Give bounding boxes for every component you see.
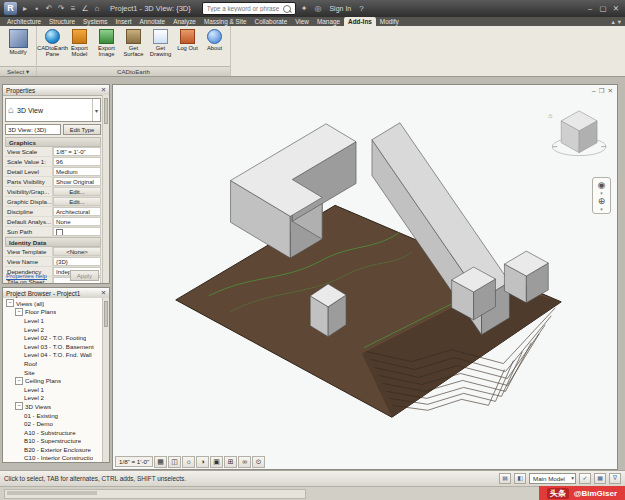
design-options-icon[interactable]: ◧ <box>514 473 526 484</box>
tree-item-level-04-t-o-fnd-wall[interactable]: Level 04 - T.O. Fnd. Wall <box>3 351 103 360</box>
property-value-view-template[interactable]: <None> <box>53 247 101 256</box>
properties-close-icon[interactable]: ✕ <box>101 86 106 94</box>
measure-icon[interactable]: ∠ <box>80 2 90 15</box>
property-group-graphics[interactable]: Graphics <box>5 137 101 147</box>
properties-header[interactable]: Properties ✕ <box>3 85 109 96</box>
tree-item-c10-interior-constructio[interactable]: C10 - Interior Constructio <box>3 454 103 462</box>
ribbon-tab-modify[interactable]: Modify <box>376 17 403 26</box>
ribbon-button-get-drawing[interactable]: Get Drawing <box>147 28 174 59</box>
tree-collapse-icon[interactable]: − <box>15 402 23 410</box>
exchange-apps-icon[interactable]: ✦ <box>299 2 310 15</box>
ribbon-help-icon[interactable]: ▾ <box>618 17 621 26</box>
tree-item-level-2[interactable]: Level 2 <box>3 325 103 334</box>
ribbon-tab-manage[interactable]: Manage <box>313 17 344 26</box>
undo-icon[interactable]: ↶ <box>44 2 54 15</box>
detail-level-icon[interactable]: ▦ <box>154 456 167 468</box>
instance-combo[interactable]: 3D View: (3D) <box>5 124 61 135</box>
save-icon[interactable]: ▪ <box>32 2 42 15</box>
property-value-sun-path[interactable] <box>53 227 101 236</box>
tree-item-level-03-t-o-basement[interactable]: Level 03 - T.O. Basement <box>3 342 103 351</box>
redo-icon[interactable]: ↷ <box>56 2 66 15</box>
tree-item-views-all[interactable]: −Views (all) <box>3 299 103 308</box>
properties-scrollbar[interactable] <box>102 95 109 283</box>
view-close-icon[interactable]: ✕ <box>608 87 613 95</box>
worksets-icon[interactable]: ▤ <box>499 473 511 484</box>
ribbon-button-export-image[interactable]: Export Image <box>93 28 120 59</box>
tree-item-b10-superstructure[interactable]: B10 - Superstructure <box>3 437 103 446</box>
communication-center-icon[interactable]: ◎ <box>312 2 323 15</box>
property-group-identity-data[interactable]: Identity Data <box>5 237 101 247</box>
tree-item-level-02-t-o-footing[interactable]: Level 02 - T.O. Footing <box>3 333 103 342</box>
horizontal-scrollbar[interactable] <box>4 489 306 499</box>
property-value-detail-level[interactable]: Medium <box>53 167 101 176</box>
ribbon-tab-annotate[interactable]: Annotate <box>136 17 170 26</box>
sun-path-icon[interactable]: ☼ <box>182 456 195 468</box>
tree-item-01-existing[interactable]: 01 - Existing <box>3 411 103 420</box>
viewcube[interactable]: ⌂ <box>548 111 606 156</box>
ribbon-tab-collaborate[interactable]: Collaborate <box>251 17 292 26</box>
editable-only-icon[interactable]: ✓ <box>579 473 591 484</box>
application-menu-button[interactable]: R <box>4 2 17 15</box>
tree-item-site[interactable]: Site <box>3 368 103 377</box>
ribbon-button-export-model[interactable]: Export Model <box>66 28 93 59</box>
ribbon-tab-analyze[interactable]: Analyze <box>169 17 200 26</box>
ribbon-minimize-icon[interactable]: ▴ <box>611 17 614 26</box>
ribbon-button-modify[interactable]: Modify <box>2 28 34 56</box>
reveal-hidden-icon[interactable]: ⊙ <box>252 456 265 468</box>
minimize-icon[interactable]: – <box>585 2 595 15</box>
ribbon-tab-massing-site[interactable]: Massing & Site <box>200 17 251 26</box>
sign-in-button[interactable]: Sign In <box>326 5 354 12</box>
search-box[interactable] <box>202 2 296 15</box>
3d-view-icon[interactable]: ⌂ <box>92 2 102 15</box>
tree-collapse-icon[interactable]: − <box>15 377 23 385</box>
open-icon[interactable]: ▸ <box>20 2 30 15</box>
type-selector-dropdown-icon[interactable]: ▾ <box>92 99 98 121</box>
search-input[interactable] <box>205 4 283 13</box>
ribbon-tab-architecture[interactable]: Architecture <box>3 17 45 26</box>
temporary-hide-icon[interactable]: ∞ <box>238 456 251 468</box>
property-value-view-scale[interactable]: 1/8" = 1'-0" <box>53 147 101 156</box>
view-minimize-icon[interactable]: – <box>592 87 596 95</box>
view-restore-icon[interactable]: ❐ <box>599 87 605 95</box>
ribbon-button-log-out[interactable]: Log Out <box>174 28 201 52</box>
design-option-select[interactable]: Main Model <box>529 473 576 484</box>
ribbon-tab-view[interactable]: View <box>291 17 313 26</box>
property-value-default-analys[interactable]: None <box>53 217 101 226</box>
tree-item-level-2[interactable]: Level 2 <box>3 394 103 403</box>
type-selector[interactable]: ⌂ 3D View ▾ <box>5 98 101 122</box>
edit-type-button[interactable]: Edit Type <box>63 124 101 135</box>
navigation-wheel-icon[interactable]: ◉ <box>598 180 606 190</box>
project-browser-close-icon[interactable]: ✕ <box>101 289 106 297</box>
crop-region-icon[interactable]: ⊞ <box>224 456 237 468</box>
property-value-graphic-displa[interactable]: Edit... <box>53 197 101 206</box>
property-value-visibility-grap[interactable]: Edit... <box>53 187 101 196</box>
visual-style-icon[interactable]: ◫ <box>168 456 181 468</box>
zoom-icon[interactable]: ⊕ <box>598 196 606 206</box>
sun-path-checkbox[interactable] <box>56 229 63 236</box>
zoom-dropdown-icon[interactable]: ▾ <box>600 207 603 211</box>
tree-item-02-demo[interactable]: 02 - Demo <box>3 419 103 428</box>
exclude-options-icon[interactable]: ▦ <box>594 473 606 484</box>
property-value-view-name[interactable]: {3D} <box>53 257 101 266</box>
shadows-icon[interactable]: ◑ <box>196 456 209 468</box>
search-icon[interactable] <box>283 5 291 13</box>
print-icon[interactable]: ≡ <box>68 2 78 15</box>
ribbon-button-get-surface[interactable]: Get Surface <box>120 28 147 59</box>
tree-item-3d-views[interactable]: −3D Views <box>3 402 103 411</box>
view-scale-control[interactable]: 1/8" = 1'-0" <box>115 456 153 467</box>
tree-collapse-icon[interactable]: − <box>15 308 23 316</box>
tree-collapse-icon[interactable]: − <box>6 299 14 307</box>
ribbon-tab-structure[interactable]: Structure <box>45 17 79 26</box>
apply-button[interactable]: Apply <box>70 270 99 281</box>
tree-item-floor-plans[interactable]: −Floor Plans <box>3 308 103 317</box>
crop-view-icon[interactable]: ▣ <box>210 456 223 468</box>
navigation-wheel-dropdown-icon[interactable]: ▾ <box>600 191 603 195</box>
ribbon-panel-label[interactable]: Select ▾ <box>0 66 36 76</box>
property-value-discipline[interactable]: Architectural <box>53 207 101 216</box>
tree-item-b20-exterior-enclosure[interactable]: B20 - Exterior Enclosure <box>3 445 103 454</box>
tree-item-level-1[interactable]: Level 1 <box>3 316 103 325</box>
filter-icon[interactable]: ∇ <box>609 473 621 484</box>
ribbon-panel-label[interactable]: CADtoEarth <box>37 66 230 76</box>
close-icon[interactable]: ✕ <box>611 2 621 15</box>
property-value-scale-value-1[interactable]: 96 <box>53 157 101 166</box>
